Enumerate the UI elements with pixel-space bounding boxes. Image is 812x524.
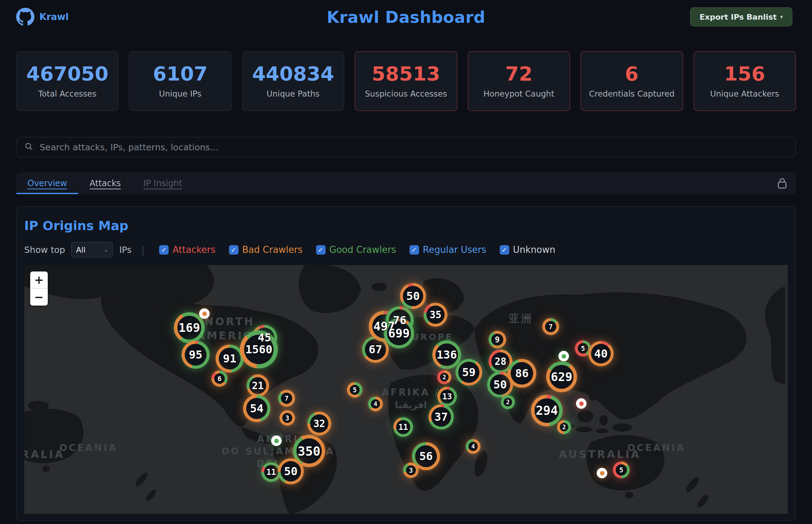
lock-icon[interactable] <box>777 177 787 191</box>
legend-item-regular-users[interactable]: ✓Regular Users <box>410 244 486 255</box>
map-cluster-marker[interactable]: 5 <box>347 382 362 398</box>
map-region-label: TRALIA <box>24 448 65 460</box>
map-cluster-marker[interactable]: 2 <box>437 370 451 384</box>
marker-count: 699 <box>388 326 410 340</box>
legend-label: Good Crawlers <box>329 244 396 255</box>
show-top-select[interactable]: All ⌄ <box>71 242 113 257</box>
zoom-in-button[interactable]: + <box>30 271 48 288</box>
marker-count: 67 <box>369 343 382 356</box>
map-cluster-marker[interactable]: 21 <box>247 374 269 397</box>
checkbox-checked-icon[interactable]: ✓ <box>229 245 238 255</box>
map-cluster-marker[interactable]: 5 <box>613 461 630 478</box>
checkbox-checked-icon[interactable]: ✓ <box>410 245 419 255</box>
map-cluster-marker[interactable]: 32 <box>307 412 331 435</box>
marker-count: 54 <box>250 402 264 415</box>
map-region-label: AFRIKA / <box>382 387 440 398</box>
stat-label: Unique IPs <box>159 89 202 98</box>
map-cluster-marker[interactable]: 3 <box>280 410 295 426</box>
point-marker-dot <box>562 354 566 359</box>
filter-divider: | <box>141 244 144 255</box>
tab-overview[interactable]: Overview <box>16 172 78 194</box>
search-input[interactable] <box>39 142 788 153</box>
map-point-marker[interactable] <box>271 435 282 446</box>
map-cluster-marker[interactable]: 95 <box>182 341 210 369</box>
marker-count: 2 <box>443 374 446 381</box>
map-cluster-marker[interactable]: 37 <box>428 404 454 430</box>
marker-count: 91 <box>223 352 237 365</box>
marker-count: 2 <box>562 424 566 431</box>
marker-count: 9 <box>495 335 500 344</box>
map-cluster-marker[interactable]: 4 <box>368 397 383 411</box>
stat-card: 156Unique Attackers <box>694 51 796 111</box>
marker-count: 13 <box>442 392 452 401</box>
map-cluster-marker[interactable]: 91 <box>216 345 244 373</box>
map-point-marker[interactable] <box>199 308 210 319</box>
marker-count: 4 <box>374 400 377 407</box>
map-cluster-marker[interactable]: 9 <box>489 331 506 348</box>
map-cluster-marker[interactable]: 40 <box>588 341 614 366</box>
marker-count: 37 <box>434 410 448 424</box>
checkbox-checked-icon[interactable]: ✓ <box>500 245 509 255</box>
tab-ip-insight[interactable]: IP Insight <box>132 172 194 194</box>
marker-count: 50 <box>406 289 420 303</box>
show-top-label: Show top <box>24 245 65 255</box>
map-point-marker[interactable] <box>597 468 607 478</box>
map-cluster-marker[interactable]: 13 <box>437 387 457 406</box>
chevron-down-icon: ▾ <box>780 14 783 20</box>
export-ips-banlist-button[interactable]: Export IPs Banlist ▾ <box>690 7 792 26</box>
marker-count: 11 <box>266 467 276 477</box>
map-cluster-marker[interactable]: 136 <box>432 340 461 369</box>
checkbox-checked-icon[interactable]: ✓ <box>316 245 326 255</box>
stat-value: 156 <box>724 64 765 84</box>
map-cluster-marker[interactable]: 50 <box>278 458 304 484</box>
marker-count: 294 <box>536 404 558 418</box>
legend-item-good-crawlers[interactable]: ✓Good Crawlers <box>316 244 396 255</box>
marker-count: 32 <box>313 418 325 430</box>
zoom-out-button[interactable]: − <box>30 289 48 306</box>
marker-count: 95 <box>189 348 203 361</box>
map-cluster-marker[interactable]: 86 <box>508 359 536 388</box>
marker-count: 11 <box>398 423 408 432</box>
stat-card: 58513Suspicious Accesses <box>355 51 457 111</box>
map-cluster-marker[interactable]: 3 <box>403 463 419 478</box>
map-point-marker[interactable] <box>558 351 569 361</box>
checkbox-checked-icon[interactable]: ✓ <box>159 245 169 255</box>
marker-count: 350 <box>297 444 320 458</box>
map-cluster-marker[interactable]: 50 <box>400 283 426 309</box>
point-marker-dot <box>600 471 604 476</box>
map-cluster-marker[interactable]: 2 <box>501 395 515 409</box>
marker-count: 1560 <box>245 343 272 356</box>
marker-count: 7 <box>549 323 552 330</box>
point-marker-dot <box>202 312 207 316</box>
map-cluster-marker[interactable]: 294 <box>531 395 563 426</box>
marker-count: 45 <box>258 331 271 344</box>
world-map[interactable]: + − NORTHAMERICAEUROPEAMÉRICADO SUL;AMÉR… <box>24 265 788 514</box>
map-cluster-marker[interactable]: 7 <box>542 318 559 335</box>
stat-value: 6107 <box>153 64 208 84</box>
map-cluster-marker[interactable]: 2 <box>557 420 571 434</box>
legend-label: Attackers <box>172 244 215 255</box>
ip-origins-panel: IP Origins Map Show top All ⌄ IPs | ✓Att… <box>16 206 796 521</box>
map-point-marker[interactable] <box>576 398 587 409</box>
point-marker-dot <box>579 401 584 406</box>
map-cluster-marker[interactable]: 11 <box>393 417 413 437</box>
stat-value: 467050 <box>26 64 109 84</box>
legend-item-bad-crawlers[interactable]: ✓Bad Crawlers <box>229 244 303 255</box>
app-header: Krawl Krawl Dashboard Export IPs Banlist… <box>0 0 812 33</box>
legend: ✓Attackers✓Bad Crawlers✓Good Crawlers✓Re… <box>159 244 555 255</box>
map-cluster-marker[interactable]: 54 <box>243 395 270 422</box>
marker-count: 629 <box>551 370 572 384</box>
legend-item-unknown[interactable]: ✓Unknown <box>500 244 556 255</box>
legend-item-attackers[interactable]: ✓Attackers <box>159 244 215 255</box>
map-cluster-marker[interactable]: 7 <box>278 390 295 407</box>
map-cluster-marker[interactable]: 6 <box>211 371 228 387</box>
marker-count: 3 <box>285 414 289 422</box>
tab-attacks[interactable]: Attacks <box>78 172 132 194</box>
map-cluster-marker[interactable]: 59 <box>456 359 482 386</box>
map-cluster-marker[interactable]: 629 <box>546 361 577 392</box>
map-cluster-marker[interactable]: 35 <box>424 303 447 327</box>
legend-label: Bad Crawlers <box>242 244 303 255</box>
stat-card: 440834Unique Paths <box>242 51 344 111</box>
marker-count: 5 <box>581 345 585 352</box>
map-cluster-marker[interactable]: 4 <box>466 439 480 454</box>
